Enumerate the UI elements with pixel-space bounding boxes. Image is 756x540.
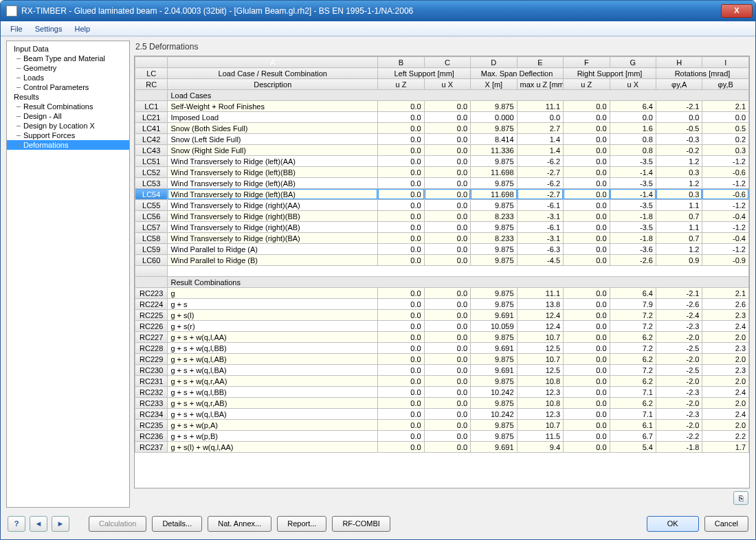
cell-value[interactable]: 0.0 <box>564 112 610 123</box>
cell-value[interactable]: 0.8 <box>610 134 656 145</box>
row-header[interactable]: LC59 <box>135 244 168 255</box>
cell-value[interactable]: 0.0 <box>424 233 470 244</box>
table-row[interactable]: RC223g0.00.09.87511.10.06.4-2.12.1 <box>135 288 749 299</box>
cell-value[interactable]: 10.7 <box>517 354 563 365</box>
table-row[interactable]: RC235g + s + w(p,A)0.00.09.87510.70.06.1… <box>135 420 749 431</box>
cell-value[interactable]: 9.875 <box>471 288 517 299</box>
cell-value[interactable]: 0.0 <box>564 211 610 222</box>
hdr-I[interactable]: I <box>702 57 749 68</box>
table-row[interactable]: RC230g + s + w(q,l,BA)0.00.09.69112.50.0… <box>135 365 749 376</box>
cell-value[interactable]: 0.0 <box>378 189 424 200</box>
cell-value[interactable]: -2.2 <box>656 431 702 442</box>
table-row[interactable]: LC54Wind Transversely to Ridge (left)(BA… <box>135 189 749 200</box>
cell-value[interactable]: 0.0 <box>424 178 470 189</box>
cell-value[interactable]: -3.5 <box>610 222 656 233</box>
cell-value[interactable]: 0.000 <box>471 112 517 123</box>
calculation-button[interactable]: Calculation <box>89 516 146 532</box>
cell-description[interactable]: g + s + w(q,r,AA) <box>168 376 378 387</box>
cell-description[interactable]: Snow (Both Sides Full) <box>168 123 378 134</box>
cell-value[interactable]: 9.875 <box>471 178 517 189</box>
cell-value[interactable]: 0.0 <box>564 299 610 310</box>
cell-value[interactable]: 0.0 <box>564 189 610 200</box>
cell-value[interactable]: -3.1 <box>517 233 563 244</box>
cell-value[interactable]: 7.2 <box>610 343 656 354</box>
cell-value[interactable]: -1.8 <box>610 233 656 244</box>
cell-value[interactable]: 0.0 <box>564 233 610 244</box>
row-header[interactable]: RC225 <box>135 310 168 321</box>
help-icon[interactable]: ? <box>8 516 25 532</box>
cell-value[interactable]: 0.0 <box>517 112 563 123</box>
cell-value[interactable]: 0.0 <box>424 134 470 145</box>
tree-results[interactable]: Results <box>7 92 129 102</box>
row-header[interactable]: RC232 <box>135 387 168 398</box>
cell-value[interactable]: -0.5 <box>656 123 702 134</box>
prev-icon[interactable]: ◄ <box>30 516 47 532</box>
row-header[interactable]: LC57 <box>135 222 168 233</box>
cell-value[interactable]: 6.7 <box>610 431 656 442</box>
cell-value[interactable]: -1.8 <box>610 211 656 222</box>
cell-value[interactable]: 0.0 <box>564 145 610 156</box>
table-row[interactable]: LC51Wind Transversely to Ridge (left)(AA… <box>135 156 749 167</box>
row-header[interactable]: RC229 <box>135 354 168 365</box>
cell-value[interactable]: 2.1 <box>702 288 749 299</box>
row-header[interactable]: LC41 <box>135 123 168 134</box>
cell-value[interactable]: 0.7 <box>656 211 702 222</box>
cell-value[interactable]: -0.4 <box>702 211 749 222</box>
table-row[interactable]: LC59Wind Parallel to Ridge (A)0.00.09.87… <box>135 244 749 255</box>
cell-value[interactable]: 9.875 <box>471 222 517 233</box>
cell-value[interactable]: 0.0 <box>424 156 470 167</box>
cell-value[interactable]: 11.5 <box>517 431 563 442</box>
cell-value[interactable]: 0.0 <box>610 112 656 123</box>
nat-annex-button[interactable]: Nat. Annex... <box>208 516 271 532</box>
cell-value[interactable]: 0.0 <box>424 376 470 387</box>
cell-description[interactable]: Wind Transversely to Ridge (left)(AB) <box>168 178 378 189</box>
cell-value[interactable]: 0.0 <box>378 123 424 134</box>
cell-value[interactable]: -3.1 <box>517 211 563 222</box>
cell-value[interactable]: 0.0 <box>424 431 470 442</box>
cell-description[interactable]: g + s + w(q,l,BA) <box>168 409 378 420</box>
cell-value[interactable]: -4.5 <box>517 255 563 266</box>
nav-tree[interactable]: Input Data Beam Type and Material Geomet… <box>6 41 130 508</box>
cell-description[interactable]: g + s(r) <box>168 321 378 332</box>
cell-value[interactable]: -6.3 <box>517 244 563 255</box>
cell-value[interactable]: -2.6 <box>656 299 702 310</box>
cell-value[interactable]: 1.6 <box>610 123 656 134</box>
cell-value[interactable]: 0.0 <box>702 112 749 123</box>
cell-value[interactable]: 0.0 <box>424 387 470 398</box>
cell-value[interactable]: 2.0 <box>702 420 749 431</box>
cell-description[interactable]: g + s + w(q,l,AA) <box>168 332 378 343</box>
report-button[interactable]: Report... <box>277 516 326 532</box>
cell-value[interactable]: 0.0 <box>424 189 470 200</box>
cell-description[interactable]: g + s(l) + w(q,l,AA) <box>168 442 378 453</box>
cell-value[interactable]: -6.1 <box>517 222 563 233</box>
cell-value[interactable]: 0.0 <box>378 112 424 123</box>
cell-value[interactable]: -2.4 <box>656 310 702 321</box>
cell-value[interactable]: -1.4 <box>610 189 656 200</box>
cell-description[interactable]: Snow (Right Side Full) <box>168 145 378 156</box>
row-header[interactable]: RC226 <box>135 321 168 332</box>
cell-value[interactable]: 0.8 <box>610 145 656 156</box>
close-button[interactable]: X <box>721 4 753 18</box>
cell-value[interactable]: 0.0 <box>564 123 610 134</box>
cell-value[interactable]: 9.875 <box>471 200 517 211</box>
tree-design-all[interactable]: Design - All <box>7 111 129 121</box>
cell-value[interactable]: -2.0 <box>656 398 702 409</box>
cell-value[interactable]: 0.0 <box>378 376 424 387</box>
cell-value[interactable]: -2.3 <box>656 387 702 398</box>
table-row[interactable]: LC60Wind Parallel to Ridge (B)0.00.09.87… <box>135 255 749 266</box>
cell-value[interactable]: 10.8 <box>517 376 563 387</box>
cell-value[interactable]: 0.0 <box>424 321 470 332</box>
cell-value[interactable]: 12.4 <box>517 321 563 332</box>
row-header[interactable]: LC51 <box>135 156 168 167</box>
cell-value[interactable]: 0.0 <box>424 101 470 112</box>
cell-description[interactable]: g + s + w(p,B) <box>168 431 378 442</box>
cell-value[interactable]: 1.4 <box>517 145 563 156</box>
cell-value[interactable]: -3.6 <box>610 244 656 255</box>
cell-value[interactable]: 0.0 <box>378 145 424 156</box>
cell-value[interactable]: 2.3 <box>702 365 749 376</box>
cell-value[interactable]: -1.2 <box>702 156 749 167</box>
cell-value[interactable]: 12.3 <box>517 409 563 420</box>
cell-value[interactable]: 9.875 <box>471 332 517 343</box>
table-row[interactable]: RC226g + s(r)0.00.010.05912.40.07.2-2.32… <box>135 321 749 332</box>
cell-value[interactable]: 2.3 <box>702 310 749 321</box>
